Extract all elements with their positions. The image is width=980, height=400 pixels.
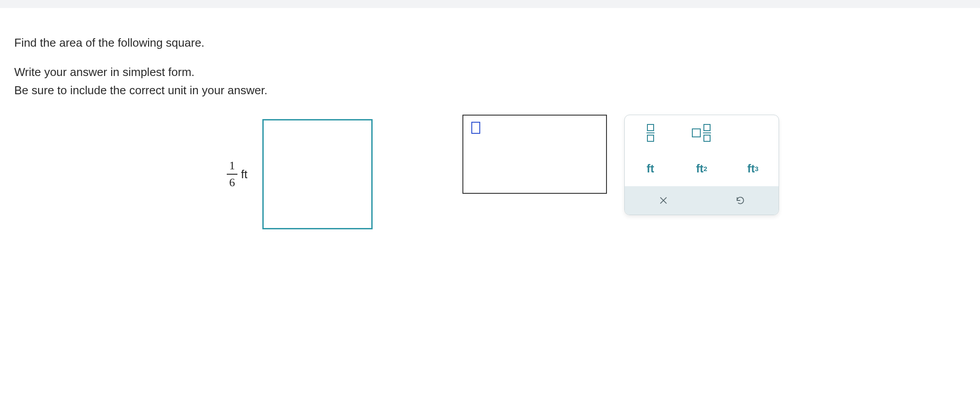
close-icon	[659, 196, 668, 205]
unit-ft2-base: ft	[696, 162, 703, 175]
top-bar	[0, 0, 980, 8]
answer-input-box[interactable]	[462, 115, 607, 194]
unit-ft-label: ft	[647, 162, 654, 175]
question-line2: Write your answer in simplest form.	[14, 64, 966, 81]
question-line3: Be sure to include the correct unit in y…	[14, 82, 966, 99]
unit-ft3-button[interactable]: ft3	[747, 162, 759, 175]
question-line1: Find the area of the following square.	[14, 35, 966, 52]
mixed-fraction-template-icon	[692, 124, 711, 142]
question-text: Find the area of the following square. W…	[14, 35, 966, 99]
undo-icon	[735, 196, 745, 205]
undo-button[interactable]	[702, 186, 779, 215]
unit-ft2-button[interactable]: ft2	[696, 162, 707, 175]
side-length-label: 1 6 ft	[227, 159, 247, 189]
square-diagram: 1 6 ft	[262, 119, 373, 229]
unit-ft3-base: ft	[747, 162, 755, 175]
side-numerator: 1	[229, 159, 236, 172]
fraction-template-icon	[647, 124, 655, 142]
unit-ft3-sup: 3	[755, 165, 758, 172]
unit-ft-button[interactable]: ft	[647, 162, 654, 175]
question-content: Find the area of the following square. W…	[0, 8, 980, 99]
fraction-template-button[interactable]	[647, 124, 655, 142]
unit-ft2-sup: 2	[703, 165, 707, 172]
side-denominator: 6	[229, 176, 236, 189]
square-shape	[262, 119, 373, 229]
mixed-fraction-template-button[interactable]	[692, 124, 711, 142]
answer-placeholder-icon	[471, 122, 480, 134]
side-unit: ft	[241, 168, 247, 181]
fraction-bar	[227, 174, 237, 175]
math-toolbox: ft ft2 ft3	[624, 115, 779, 215]
side-fraction: 1 6	[227, 159, 237, 189]
clear-button[interactable]	[625, 186, 702, 215]
